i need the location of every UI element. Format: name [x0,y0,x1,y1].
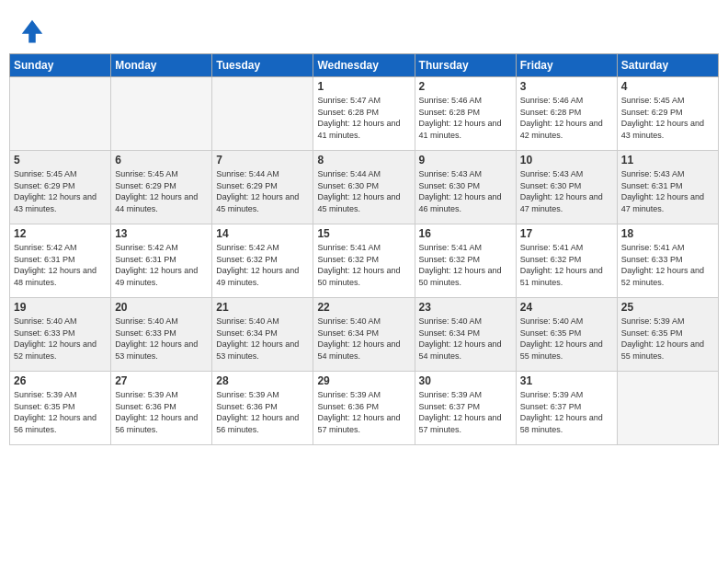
calendar-cell: 13Sunrise: 5:42 AMSunset: 6:31 PMDayligh… [111,224,212,298]
day-number: 13 [115,227,208,240]
day-number: 17 [520,227,613,240]
day-info: Sunrise: 5:43 AMSunset: 6:31 PMDaylight:… [621,168,714,214]
day-number: 22 [317,301,410,314]
day-info: Sunrise: 5:45 AMSunset: 6:29 PMDaylight:… [115,168,208,214]
calendar-cell: 11Sunrise: 5:43 AMSunset: 6:31 PMDayligh… [617,151,718,224]
svg-marker-0 [22,20,43,43]
calendar-cell: 21Sunrise: 5:40 AMSunset: 6:34 PMDayligh… [212,298,313,372]
day-number: 24 [520,301,613,314]
calendar-cell: 15Sunrise: 5:41 AMSunset: 6:32 PMDayligh… [313,224,415,298]
day-info: Sunrise: 5:47 AMSunset: 6:28 PMDaylight:… [317,95,410,141]
calendar-cell [617,372,718,445]
day-number: 26 [14,374,107,387]
col-header-sunday: Sunday [10,54,111,77]
logo-icon [18,17,46,44]
day-info: Sunrise: 5:41 AMSunset: 6:32 PMDaylight:… [317,242,410,288]
day-number: 31 [520,374,613,387]
day-number: 2 [419,80,512,93]
day-number: 29 [317,374,410,387]
page-header [9,9,719,48]
calendar-table: SundayMondayTuesdayWednesdayThursdayFrid… [9,53,719,445]
day-number: 3 [520,80,613,93]
day-info: Sunrise: 5:40 AMSunset: 6:34 PMDaylight:… [216,316,309,362]
calendar-cell: 23Sunrise: 5:40 AMSunset: 6:34 PMDayligh… [415,298,516,372]
calendar-cell: 29Sunrise: 5:39 AMSunset: 6:36 PMDayligh… [313,372,415,445]
day-info: Sunrise: 5:39 AMSunset: 6:37 PMDaylight:… [520,389,613,435]
day-info: Sunrise: 5:39 AMSunset: 6:36 PMDaylight:… [216,389,309,435]
day-number: 7 [216,154,309,167]
calendar-cell: 4Sunrise: 5:45 AMSunset: 6:29 PMDaylight… [617,77,718,151]
calendar-cell [10,77,111,151]
week-row: 5Sunrise: 5:45 AMSunset: 6:29 PMDaylight… [10,151,719,224]
calendar-cell: 25Sunrise: 5:39 AMSunset: 6:35 PMDayligh… [617,298,718,372]
week-row: 19Sunrise: 5:40 AMSunset: 6:33 PMDayligh… [10,298,719,372]
calendar-cell: 3Sunrise: 5:46 AMSunset: 6:28 PMDaylight… [516,77,617,151]
day-info: Sunrise: 5:46 AMSunset: 6:28 PMDaylight:… [520,95,613,141]
day-number: 16 [419,227,512,240]
day-number: 30 [419,374,512,387]
day-info: Sunrise: 5:41 AMSunset: 6:33 PMDaylight:… [621,242,714,288]
calendar-cell: 16Sunrise: 5:41 AMSunset: 6:32 PMDayligh… [415,224,516,298]
calendar-cell: 14Sunrise: 5:42 AMSunset: 6:32 PMDayligh… [212,224,313,298]
col-header-tuesday: Tuesday [212,54,313,77]
calendar-cell: 19Sunrise: 5:40 AMSunset: 6:33 PMDayligh… [10,298,111,372]
day-info: Sunrise: 5:40 AMSunset: 6:34 PMDaylight:… [317,316,410,362]
calendar-cell: 2Sunrise: 5:46 AMSunset: 6:28 PMDaylight… [415,77,516,151]
day-number: 6 [115,154,208,167]
calendar-cell: 27Sunrise: 5:39 AMSunset: 6:36 PMDayligh… [111,372,212,445]
day-number: 23 [419,301,512,314]
calendar-cell: 28Sunrise: 5:39 AMSunset: 6:36 PMDayligh… [212,372,313,445]
calendar-cell: 18Sunrise: 5:41 AMSunset: 6:33 PMDayligh… [617,224,718,298]
day-number: 18 [621,227,714,240]
calendar-cell: 24Sunrise: 5:40 AMSunset: 6:35 PMDayligh… [516,298,617,372]
calendar-cell: 12Sunrise: 5:42 AMSunset: 6:31 PMDayligh… [10,224,111,298]
day-number: 1 [317,80,410,93]
week-row: 1Sunrise: 5:47 AMSunset: 6:28 PMDaylight… [10,77,719,151]
day-info: Sunrise: 5:39 AMSunset: 6:36 PMDaylight:… [317,389,410,435]
day-number: 21 [216,301,309,314]
day-info: Sunrise: 5:40 AMSunset: 6:35 PMDaylight:… [520,316,613,362]
day-info: Sunrise: 5:39 AMSunset: 6:35 PMDaylight:… [14,389,107,435]
calendar-cell: 1Sunrise: 5:47 AMSunset: 6:28 PMDaylight… [313,77,415,151]
day-number: 15 [317,227,410,240]
day-number: 20 [115,301,208,314]
day-info: Sunrise: 5:43 AMSunset: 6:30 PMDaylight:… [419,168,512,214]
calendar-cell [111,77,212,151]
day-info: Sunrise: 5:44 AMSunset: 6:29 PMDaylight:… [216,168,309,214]
day-number: 4 [621,80,714,93]
day-info: Sunrise: 5:45 AMSunset: 6:29 PMDaylight:… [621,95,714,141]
calendar-cell: 10Sunrise: 5:43 AMSunset: 6:30 PMDayligh… [516,151,617,224]
day-info: Sunrise: 5:42 AMSunset: 6:32 PMDaylight:… [216,242,309,288]
day-number: 25 [621,301,714,314]
day-number: 19 [14,301,107,314]
day-info: Sunrise: 5:40 AMSunset: 6:33 PMDaylight:… [115,316,208,362]
day-info: Sunrise: 5:42 AMSunset: 6:31 PMDaylight:… [115,242,208,288]
day-info: Sunrise: 5:45 AMSunset: 6:29 PMDaylight:… [14,168,107,214]
calendar-cell: 30Sunrise: 5:39 AMSunset: 6:37 PMDayligh… [415,372,516,445]
calendar-cell [212,77,313,151]
day-number: 14 [216,227,309,240]
day-info: Sunrise: 5:40 AMSunset: 6:33 PMDaylight:… [14,316,107,362]
col-header-monday: Monday [111,54,212,77]
day-number: 27 [115,374,208,387]
calendar-cell: 5Sunrise: 5:45 AMSunset: 6:29 PMDaylight… [10,151,111,224]
day-number: 11 [621,154,714,167]
col-header-wednesday: Wednesday [313,54,415,77]
calendar-cell: 31Sunrise: 5:39 AMSunset: 6:37 PMDayligh… [516,372,617,445]
calendar-cell: 26Sunrise: 5:39 AMSunset: 6:35 PMDayligh… [10,372,111,445]
day-info: Sunrise: 5:39 AMSunset: 6:36 PMDaylight:… [115,389,208,435]
calendar-cell: 6Sunrise: 5:45 AMSunset: 6:29 PMDaylight… [111,151,212,224]
day-info: Sunrise: 5:41 AMSunset: 6:32 PMDaylight:… [419,242,512,288]
col-header-friday: Friday [516,54,617,77]
week-row: 12Sunrise: 5:42 AMSunset: 6:31 PMDayligh… [10,224,719,298]
day-info: Sunrise: 5:39 AMSunset: 6:37 PMDaylight:… [419,389,512,435]
logo [18,17,50,44]
day-info: Sunrise: 5:40 AMSunset: 6:34 PMDaylight:… [419,316,512,362]
calendar-cell: 8Sunrise: 5:44 AMSunset: 6:30 PMDaylight… [313,151,415,224]
day-number: 12 [14,227,107,240]
day-number: 28 [216,374,309,387]
week-row: 26Sunrise: 5:39 AMSunset: 6:35 PMDayligh… [10,372,719,445]
col-header-thursday: Thursday [415,54,516,77]
day-info: Sunrise: 5:39 AMSunset: 6:35 PMDaylight:… [621,316,714,362]
calendar-cell: 20Sunrise: 5:40 AMSunset: 6:33 PMDayligh… [111,298,212,372]
